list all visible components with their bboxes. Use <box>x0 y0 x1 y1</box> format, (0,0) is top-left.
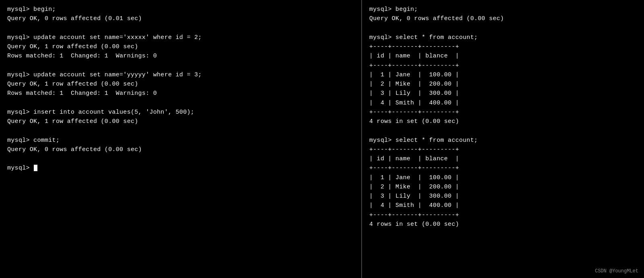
blank-line <box>7 154 354 164</box>
prompt-line: mysql> begin; <box>369 5 637 14</box>
output-line: | 3 | Lily | 300.00 | <box>369 192 637 201</box>
output-line: +----+-------+---------+ <box>369 61 637 70</box>
prompt-line: mysql> begin; <box>7 5 354 14</box>
prompt-line: mysql> commit; <box>7 136 354 145</box>
output-line: | id | name | blance | <box>369 51 637 61</box>
output-line: +----+-------+---------+ <box>369 42 637 51</box>
output-line: 4 rows in set (0.00 sec) <box>369 220 637 229</box>
left-terminal: mysql> begin;Query OK, 0 rows affected (… <box>0 0 362 278</box>
blank-line <box>369 126 637 135</box>
output-line: +----+-------+---------+ <box>369 108 637 117</box>
output-line: Query OK, 0 rows affected (0.00 sec) <box>369 14 637 23</box>
blank-line <box>369 24 637 33</box>
prompt-cursor-line: mysql> <box>7 164 354 173</box>
blank-line <box>7 24 354 33</box>
output-line: +----+-------+---------+ <box>369 164 637 173</box>
output-line: 4 rows in set (0.00 sec) <box>369 117 637 126</box>
output-line: | 1 | Jane | 100.00 | <box>369 173 637 182</box>
prompt-line: mysql> insert into account values(5, 'Jo… <box>7 108 354 117</box>
blank-line <box>7 98 354 108</box>
left-terminal-content: mysql> begin;Query OK, 0 rows affected (… <box>7 5 354 173</box>
terminal-cursor <box>34 165 37 171</box>
output-line: | 4 | Smith | 400.00 | <box>369 201 637 210</box>
output-line: | 2 | Mike | 200.00 | <box>369 80 637 89</box>
blank-line <box>7 126 354 135</box>
blank-line <box>7 61 354 70</box>
output-line: | 3 | Lily | 300.00 | <box>369 89 637 98</box>
output-line: Query OK, 0 rows affected (0.00 sec) <box>7 145 354 154</box>
output-line: Query OK, 0 rows affected (0.01 sec) <box>7 14 354 23</box>
output-line: | id | name | blance | <box>369 154 637 164</box>
output-line: +----+-------+---------+ <box>369 211 637 220</box>
output-line: Query OK, 1 row affected (0.00 sec) <box>7 80 354 89</box>
output-line: +----+-------+---------+ <box>369 145 637 154</box>
output-line: Rows matched: 1 Changed: 1 Warnings: 0 <box>7 51 354 61</box>
right-terminal: mysql> begin;Query OK, 0 rows affected (… <box>362 0 644 278</box>
output-line: Query OK, 1 row affected (0.00 sec) <box>7 42 354 51</box>
watermark: CSDN @YoungMLet <box>595 268 638 274</box>
output-line: Rows matched: 1 Changed: 1 Warnings: 0 <box>7 89 354 98</box>
output-line: | 2 | Mike | 200.00 | <box>369 182 637 192</box>
prompt-line: mysql> select * from account; <box>369 33 637 42</box>
prompt-line: mysql> update account set name='yyyyy' w… <box>7 70 354 80</box>
output-line: | 4 | Smith | 400.00 | <box>369 98 637 108</box>
output-line: Query OK, 1 row affected (0.00 sec) <box>7 117 354 126</box>
prompt-line: mysql> select * from account; <box>369 136 637 145</box>
right-terminal-content: mysql> begin;Query OK, 0 rows affected (… <box>369 5 637 229</box>
output-line: | 1 | Jane | 100.00 | <box>369 70 637 80</box>
prompt-line: mysql> update account set name='xxxxx' w… <box>7 33 354 42</box>
